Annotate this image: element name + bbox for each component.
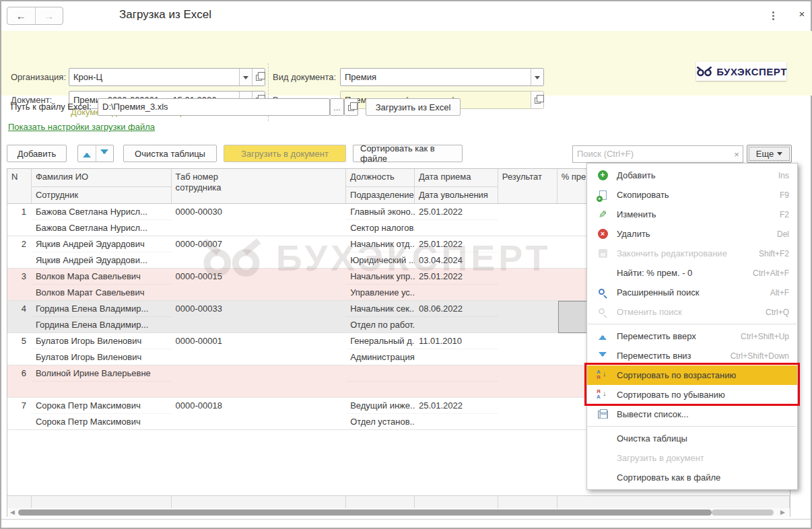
- table-cell[interactable]: 3: [7, 269, 32, 300]
- table-cell[interactable]: [498, 333, 557, 365]
- table-cell[interactable]: 08.06.2022: [415, 301, 498, 332]
- table-cell[interactable]: 11.01.2010: [415, 333, 498, 365]
- menu-item[interactable]: СкопироватьF9: [587, 185, 797, 205]
- no-icon: [597, 267, 609, 279]
- column-header-famili[interactable]: Фамилия ИО: [32, 169, 171, 186]
- menu-item-shortcut: Shift+F2: [759, 249, 789, 258]
- column-header-tab-number[interactable]: Таб номер сотрудника: [172, 169, 347, 203]
- column-header-podrazdelenie[interactable]: Подразделение: [346, 186, 414, 204]
- menu-item[interactable]: ДобавитьIns: [587, 166, 797, 185]
- calctype-open-button[interactable]: [531, 92, 543, 108]
- table-cell[interactable]: [498, 269, 557, 300]
- menu-item[interactable]: Найти: % прем. - 0Ctrl+Alt+F: [587, 263, 797, 283]
- move-up-button[interactable]: [78, 145, 96, 162]
- table-cell[interactable]: Начальник сек...Отдел по работ...: [346, 301, 415, 332]
- table-cell[interactable]: Гордина Елена Владимир...Гордина Елена В…: [32, 301, 172, 332]
- column-header-employee[interactable]: Сотрудник: [32, 186, 171, 204]
- column-header-hire-date[interactable]: Дата приема: [415, 169, 498, 186]
- menu-item-shortcut: Ctrl+Shift+Up: [741, 332, 789, 341]
- menu-item[interactable]: Очистка таблицы: [587, 429, 797, 448]
- menu-item[interactable]: УдалитьDel: [587, 224, 797, 244]
- menu-item-label: Сортировать по убыванию: [617, 390, 782, 400]
- table-cell[interactable]: Волков Мара СавельевичВолков Марат Савел…: [32, 269, 172, 300]
- show-settings-link[interactable]: Показать настройки загрузки файла: [8, 122, 155, 132]
- file-path-input[interactable]: D:\Премия_3.xls: [98, 98, 330, 116]
- table-cell[interactable]: [346, 365, 415, 397]
- column-header-result[interactable]: Результат: [498, 169, 557, 203]
- doctype-value[interactable]: Премия: [341, 69, 531, 85]
- table-cell[interactable]: 25.01.202203.04.2024: [415, 236, 498, 268]
- table-cell[interactable]: 6: [7, 365, 32, 397]
- table-cell[interactable]: [415, 365, 498, 397]
- table-cell[interactable]: 1: [7, 204, 32, 236]
- menu-item[interactable]: Сортировать как в файле: [587, 468, 797, 487]
- table-cell[interactable]: Сорока Петр МаксимовичСорока Петр Максим…: [32, 398, 172, 429]
- close-icon[interactable]: ×: [796, 8, 808, 20]
- scroll-left-icon[interactable]: ◀: [10, 509, 15, 516]
- table-cell[interactable]: Яцкив Андрей ЭдуардовичЯцкив Андрей Эдуа…: [32, 236, 172, 268]
- kebab-menu-icon[interactable]: [768, 9, 778, 22]
- horizontal-scrollbar[interactable]: ◀ ▶: [7, 508, 790, 517]
- table-cell[interactable]: Ведущий инже...Отдел установ...: [346, 398, 415, 429]
- menu-item[interactable]: ИзменитьF2: [587, 205, 797, 224]
- load-to-document-button[interactable]: Загрузить в документ: [224, 145, 346, 162]
- column-header-dolzhnost[interactable]: Должность: [346, 169, 414, 186]
- table-cell[interactable]: Начальник отд...Юридический ...: [346, 236, 415, 268]
- organization-dropdown-button[interactable]: [239, 69, 252, 85]
- search-clear-button[interactable]: ×: [731, 145, 743, 163]
- search-input[interactable]: Поиск (Ctrl+F): [572, 145, 731, 163]
- table-cell[interactable]: 25.01.2022: [415, 398, 498, 429]
- table-cell[interactable]: Генеральный д...Администрация: [346, 333, 415, 365]
- table-cell[interactable]: 2: [7, 236, 32, 268]
- clear-table-button[interactable]: Очистка таблицы: [123, 145, 217, 162]
- move-down-icon: [597, 350, 609, 361]
- scrollbar-thumb[interactable]: [18, 509, 712, 516]
- table-cell[interactable]: Начальник упр...Управление ус...: [346, 269, 415, 300]
- add-button[interactable]: Добавить: [7, 145, 67, 162]
- menu-item[interactable]: АЯ↓Сортировать по возрастанию: [587, 365, 797, 385]
- sort-as-file-button[interactable]: Сортировать как в файле: [353, 145, 463, 162]
- file-open-button[interactable]: [344, 98, 358, 116]
- table-cell[interactable]: Волиной Ирине Валерьевне: [32, 365, 172, 397]
- table-cell[interactable]: 0000-00018: [172, 398, 347, 429]
- table-cell[interactable]: 25.01.2022: [415, 204, 498, 236]
- organization-value[interactable]: Крон-Ц: [69, 69, 239, 85]
- back-button[interactable]: ←: [7, 7, 36, 24]
- table-cell[interactable]: [498, 204, 557, 236]
- menu-item-shortcut: Del: [777, 230, 789, 239]
- table-cell[interactable]: Бажова Светлана Нурисл...Бажова Светлана…: [32, 204, 172, 236]
- table-cell[interactable]: 7: [7, 398, 32, 429]
- table-cell[interactable]: 5: [7, 333, 32, 365]
- more-button[interactable]: Еще: [747, 145, 792, 163]
- forward-button[interactable]: →: [36, 7, 63, 24]
- table-cell[interactable]: Главный эконо...Сектор налогов...: [346, 204, 415, 236]
- table-cell[interactable]: 0000-00033: [172, 301, 347, 332]
- table-cell[interactable]: [498, 301, 557, 332]
- table-cell[interactable]: 0000-00015: [172, 269, 347, 300]
- table-cell[interactable]: 0000-00007: [172, 236, 347, 268]
- table-cell[interactable]: Булатов Игорь ВиленовичБулатов Игорь Вил…: [32, 333, 172, 365]
- table-cell[interactable]: [172, 365, 347, 397]
- move-down-button[interactable]: [96, 145, 114, 162]
- no-icon: [597, 433, 609, 444]
- load-from-excel-button[interactable]: Загрузить из Excel: [366, 98, 461, 116]
- table-cell[interactable]: 0000-00030: [172, 204, 347, 236]
- table-cell[interactable]: 0000-00001: [172, 333, 347, 365]
- organization-open-button[interactable]: [252, 69, 265, 85]
- menu-item-shortcut: Ctrl+Alt+F: [753, 269, 789, 278]
- table-cell[interactable]: [498, 398, 557, 429]
- menu-item[interactable]: Вывести список...: [587, 404, 797, 424]
- scroll-right-icon[interactable]: ▶: [780, 509, 786, 516]
- column-header-fire-date[interactable]: Дата увольнения: [415, 186, 498, 204]
- menu-item[interactable]: Расширенный поискAlt+F: [587, 283, 797, 302]
- menu-item[interactable]: Переместить вверхCtrl+Shift+Up: [587, 326, 797, 346]
- table-cell[interactable]: 4: [7, 301, 32, 332]
- browse-button[interactable]: ...: [330, 98, 344, 116]
- doctype-dropdown-button[interactable]: [531, 69, 543, 85]
- column-header-n[interactable]: N: [7, 169, 32, 203]
- menu-item[interactable]: ЯА↓Сортировать по убыванию: [587, 385, 797, 404]
- table-cell[interactable]: [498, 236, 557, 268]
- table-cell[interactable]: 25.01.2022: [415, 269, 498, 300]
- table-cell[interactable]: [498, 365, 557, 397]
- menu-item[interactable]: Переместить внизCtrl+Shift+Down: [587, 346, 797, 365]
